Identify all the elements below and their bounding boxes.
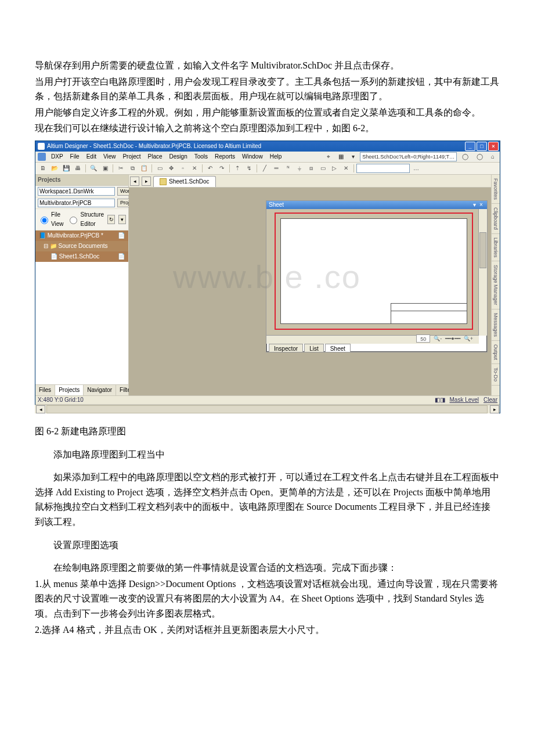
new-icon[interactable]: 🗎 bbox=[38, 163, 48, 174]
power-icon[interactable]: ⏚ bbox=[294, 163, 305, 174]
sheet-tab-list[interactable]: List bbox=[304, 344, 324, 352]
wire-icon[interactable]: ╱ bbox=[259, 163, 270, 174]
zoom-slider[interactable]: ━━●━━ bbox=[445, 334, 460, 343]
right-tab-storage[interactable]: Storage Manager bbox=[492, 261, 500, 309]
status-clear[interactable]: Clear bbox=[484, 395, 497, 405]
zoom-out-icon[interactable]: 🔍- bbox=[434, 334, 442, 343]
editor-canvas[interactable]: Sheet ▾ × bbox=[129, 188, 491, 395]
cut-icon[interactable]: ✂ bbox=[116, 163, 126, 174]
tool-dropdown-icon[interactable]: ▾ bbox=[349, 152, 358, 162]
browse-icon[interactable]: … bbox=[411, 163, 421, 174]
panel-tab-navigator[interactable]: Navigator bbox=[84, 385, 116, 395]
sheet-close-icon[interactable]: × bbox=[478, 200, 485, 210]
move-icon[interactable]: ✥ bbox=[166, 163, 176, 174]
home-icon[interactable]: ⌂ bbox=[488, 152, 497, 162]
tree-project-node[interactable]: 📘 Multivibrator.PrjPCB * 📄 bbox=[35, 231, 128, 241]
sheet-tab-sheet[interactable]: Sheet bbox=[325, 344, 351, 352]
open-icon[interactable]: 📂 bbox=[49, 163, 60, 174]
menubar[interactable]: DXP File Edit View Project Place Design … bbox=[35, 152, 500, 163]
menu-dxp[interactable]: DXP bbox=[48, 152, 66, 162]
right-tab-favorites[interactable]: Favorites bbox=[492, 175, 500, 204]
main-toolbar[interactable]: 🗎 📂 💾 🖶 🔍 ▣ ✂ ⧉ 📋 ▭ ✥ ▫ ✕ ↶ ↷ bbox=[35, 163, 500, 175]
nav-fwd-icon[interactable]: ◯ bbox=[474, 152, 486, 162]
structure-editor-radio[interactable]: Structure Editor bbox=[67, 210, 104, 229]
zoom-fit-icon[interactable]: ▣ bbox=[100, 163, 110, 174]
noerec-icon[interactable]: ✕ bbox=[341, 163, 351, 174]
file-view-radio[interactable]: File View bbox=[38, 210, 63, 229]
zoom-area-icon[interactable]: 🔍 bbox=[88, 163, 99, 174]
refresh-icon[interactable]: ↻ bbox=[107, 215, 115, 224]
right-tab-output[interactable]: Output bbox=[492, 341, 500, 364]
sheet-title-block bbox=[391, 303, 467, 323]
minimize-button[interactable]: _ bbox=[465, 142, 475, 151]
document-path-box[interactable]: Sheet1.SchDoc?Left=0;Right=1149;T… bbox=[360, 152, 457, 161]
menu-project[interactable]: Project bbox=[120, 152, 143, 162]
sheet-canvas[interactable] bbox=[266, 209, 479, 336]
bus-icon[interactable]: ═ bbox=[271, 163, 282, 174]
menu-design[interactable]: Design bbox=[167, 152, 190, 162]
maximize-button[interactable]: □ bbox=[477, 142, 487, 151]
panel-header[interactable]: Projects bbox=[35, 175, 128, 186]
panel-menu-icon[interactable]: ▾ bbox=[118, 215, 126, 224]
project-field[interactable] bbox=[38, 199, 115, 207]
project-tree[interactable]: 📘 Multivibrator.PrjPCB * 📄 ⊟ 📁 Source Do… bbox=[35, 231, 128, 384]
toolbar-combo[interactable] bbox=[356, 164, 410, 173]
close-button[interactable]: × bbox=[488, 142, 499, 151]
menu-window[interactable]: Window bbox=[239, 152, 266, 162]
copy-icon[interactable]: ⧉ bbox=[127, 163, 138, 174]
zoom-in-icon[interactable]: 🔍+ bbox=[464, 334, 473, 343]
right-tab-clipboard[interactable]: Clipboard bbox=[492, 204, 500, 234]
projects-panel: Projects Workspace Project File View Str… bbox=[35, 175, 129, 395]
clear-icon[interactable]: ✕ bbox=[189, 163, 200, 174]
workspace-field[interactable] bbox=[38, 187, 115, 196]
right-tab-messages[interactable]: Messages bbox=[492, 309, 500, 341]
save-icon[interactable]: 💾 bbox=[61, 163, 71, 174]
tree-doc-node[interactable]: 📄 Sheet1.SchDoc 📄 bbox=[35, 251, 128, 262]
deselect-icon[interactable]: ▫ bbox=[178, 163, 188, 174]
zoom-value[interactable]: 50 bbox=[416, 334, 430, 343]
sheet-dropdown-icon[interactable]: ▾ bbox=[471, 200, 478, 210]
dxp-icon[interactable] bbox=[38, 153, 46, 161]
menu-reports[interactable]: Reports bbox=[212, 152, 238, 162]
sheet-viewport[interactable]: Sheet ▾ × bbox=[266, 200, 488, 352]
tool-icon[interactable]: ⌖ bbox=[324, 152, 333, 162]
part-icon[interactable]: ⧈ bbox=[306, 163, 316, 174]
paste-icon[interactable]: 📋 bbox=[139, 163, 149, 174]
menu-tools[interactable]: Tools bbox=[192, 152, 211, 162]
tab-nav-fwd-icon[interactable]: ▸ bbox=[142, 177, 151, 186]
menu-place[interactable]: Place bbox=[145, 152, 165, 162]
hscroll-track[interactable] bbox=[46, 405, 488, 413]
hscroll-left-icon[interactable]: ◂ bbox=[36, 405, 45, 413]
hscroll-right-icon[interactable]: ▸ bbox=[490, 405, 499, 413]
mask-icon[interactable]: ◧◨ bbox=[435, 395, 445, 405]
redo-icon[interactable]: ↷ bbox=[217, 163, 227, 174]
window-titlebar[interactable]: Altium Designer - Sheet1.SchDoc - Multiv… bbox=[35, 141, 500, 152]
sheet-symbol-icon[interactable]: ▭ bbox=[317, 163, 328, 174]
right-panel-tabs[interactable]: Favorites Clipboard Libraries Storage Ma… bbox=[491, 175, 500, 395]
status-mask-level[interactable]: Mask Level bbox=[450, 395, 479, 405]
panel-tab-projects[interactable]: Projects bbox=[55, 385, 84, 395]
tool-icon[interactable]: ▦ bbox=[335, 152, 347, 162]
nav-back-icon[interactable]: ◯ bbox=[459, 152, 471, 162]
status-bar: X:480 Y:0 Grid:10 ◧◨ Mask Level Clear bbox=[35, 395, 500, 404]
select-icon[interactable]: ▭ bbox=[154, 163, 165, 174]
menu-view[interactable]: View bbox=[100, 152, 119, 162]
sheet-tab-inspector[interactable]: Inspector bbox=[269, 344, 303, 352]
right-tab-libraries[interactable]: Libraries bbox=[492, 234, 500, 262]
print-icon[interactable]: 🖶 bbox=[73, 163, 83, 174]
panel-tab-files[interactable]: Files bbox=[35, 385, 55, 395]
vertical-scrollbar[interactable] bbox=[478, 209, 487, 336]
cross-probe-icon[interactable]: ↯ bbox=[244, 163, 254, 174]
right-tab-todo[interactable]: To-Do bbox=[492, 364, 500, 386]
tab-nav-back-icon[interactable]: ◂ bbox=[130, 177, 139, 186]
menu-help[interactable]: Help bbox=[267, 152, 285, 162]
menu-file[interactable]: File bbox=[67, 152, 82, 162]
menu-edit[interactable]: Edit bbox=[84, 152, 99, 162]
document-tab[interactable]: Sheet1.SchDoc bbox=[153, 176, 216, 187]
panel-bottom-tabs[interactable]: Files Projects Navigator Filter bbox=[35, 384, 128, 395]
port-icon[interactable]: ▷ bbox=[329, 163, 340, 174]
hierarchy-up-icon[interactable]: ⇡ bbox=[232, 163, 243, 174]
undo-icon[interactable]: ↶ bbox=[205, 163, 215, 174]
tree-folder-node[interactable]: ⊟ 📁 Source Documents bbox=[35, 241, 128, 251]
netlabel-icon[interactable]: ᴺ bbox=[283, 163, 293, 174]
